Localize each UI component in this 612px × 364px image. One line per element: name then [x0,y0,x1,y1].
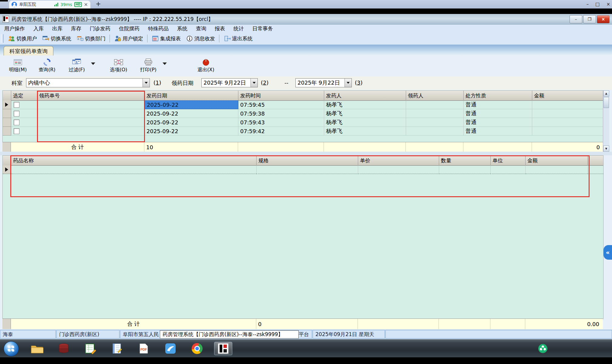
collapse-panel-chevron[interactable]: « [604,245,612,260]
scroll-thumb[interactable] [604,97,609,108]
filter-dropdown-arrow[interactable] [91,62,95,65]
requisition-no-cell [37,118,145,127]
header-prescription-type[interactable]: 处方性质 [464,91,532,100]
taskbar-notepad-icon[interactable] [108,342,126,355]
menu-statistics[interactable]: 统计 [229,25,248,32]
header-unit-price[interactable]: 单价 [358,156,439,165]
menu-query[interactable]: 查询 [192,25,210,32]
table-row[interactable]: 2025-09-22 07:59:45 杨孝飞 普通 [3,100,603,109]
menu-daily-affairs[interactable]: 日常事务 [248,25,277,32]
taskbar-folder-icon[interactable] [28,342,46,355]
window-minimize-button[interactable]: – [570,15,582,23]
hint-2: (2) [261,79,269,86]
issue-date-cell[interactable]: 2025-09-22 [145,100,238,109]
header-dispenser[interactable]: 发药人 [324,91,406,100]
print-dropdown-arrow[interactable] [163,62,167,65]
filter-button[interactable]: 过滤(F) [64,58,90,75]
table-row[interactable]: 2025-09-22 07:59:43 杨孝飞 普通 [3,118,603,127]
window-restore-button[interactable]: ❐ [583,15,596,23]
total-spacer [324,142,406,152]
new-tab-button[interactable]: + [94,0,103,8]
requisition-grid-header: 选定 领药单号 发药日期 发药时间 发药人 领药人 处方性质 金额 [3,91,603,101]
tab-requisition-query[interactable]: 科室领药单查询 [4,46,53,56]
date-to-combobox[interactable]: 2025年 9月22日 [295,78,352,87]
row-checkbox[interactable] [14,102,19,108]
header-issue-date[interactable]: 发药日期 [145,91,238,100]
exit-system-button[interactable]: 退出系统 [221,34,255,43]
taskbar-chrome-icon[interactable] [188,342,206,355]
query-button[interactable]: 查询(R) [34,58,60,75]
header-unit[interactable]: 单位 [491,156,526,165]
menu-reports[interactable]: 报表 [210,25,229,32]
issue-time-cell: 07:59:38 [238,109,324,118]
dept-combobox[interactable]: 内镜中心 [26,78,150,87]
date-from-dropdown-icon[interactable] [251,79,257,87]
header-drug-name[interactable]: 药品名称 [11,156,257,165]
vertical-scrollbar[interactable]: ▲ ▼ [603,90,609,152]
switch-system-button[interactable]: 切换系统 [40,34,74,43]
browser-close-button[interactable]: × [606,2,610,7]
switch-user-button[interactable]: 切换用户 [5,34,40,43]
table-row[interactable]: 2025-09-22 07:59:38 杨孝飞 普通 [3,109,603,118]
browser-maximize-button[interactable]: □ [595,2,600,7]
dept-dropdown-icon[interactable] [143,79,150,87]
menu-user-ops[interactable]: 用户操作 [0,25,29,32]
window-close-button[interactable]: × [597,15,610,23]
switch-dept-button[interactable]: 切换部门 [74,34,108,43]
unit-cell [491,165,526,174]
date-to-dropdown-icon[interactable] [345,79,351,87]
prescription-type-cell: 普通 [464,118,532,127]
status-department: 门诊西药房(新区) [56,330,119,339]
taskbar-pharmacy-app-icon[interactable] [214,342,232,355]
table-row[interactable]: 2025-09-22 07:59:42 杨孝飞 普通 [3,127,603,136]
header-quantity[interactable]: 数量 [439,156,491,165]
scroll-up-icon[interactable]: ▲ [603,90,609,96]
empty-drug-row[interactable] [3,165,603,174]
tray-sunflower-icon[interactable] [536,342,550,355]
header-requisition-no[interactable]: 领药单号 [37,91,145,100]
messages-button[interactable]: 消息收发 [183,34,218,43]
header-selected[interactable]: 选定 [11,91,37,100]
menu-inpatient-dispense[interactable]: 住院摆药 [115,25,144,32]
exit-label: 退出(X) [193,67,219,73]
requisition-no-cell [37,100,145,109]
menu-inbound[interactable]: 入库 [29,25,48,32]
screen: 阜阳五院 39ms HD × + – □ × 药房管理系统【门诊西药房(新区)-… [0,0,612,364]
filter-icon [64,58,90,67]
scroll-down-icon[interactable]: ▼ [603,146,609,152]
exit-system-icon [224,35,230,42]
row-checkbox[interactable] [14,120,19,125]
menu-special-drugs[interactable]: 特殊药品 [144,25,173,32]
tab-close-icon[interactable]: × [84,2,88,7]
detail-button[interactable]: 明细(M) [5,58,31,75]
browser-minimize-button[interactable]: – [587,2,589,7]
date-from-combobox[interactable]: 2025年 9月22日 [201,78,258,87]
start-button[interactable] [4,341,19,356]
row-checkbox[interactable] [14,128,19,134]
menu-outbound[interactable]: 出库 [48,25,67,32]
taskbar-remote-app-icon[interactable] [161,342,180,355]
header-spec[interactable]: 规格 [257,156,358,165]
menu-outpatient-dispense[interactable]: 门诊发药 [86,25,115,32]
row-checkbox[interactable] [14,111,19,116]
issue-time-cell: 07:59:42 [238,127,324,136]
header-issue-time[interactable]: 发药时间 [238,91,324,100]
options-button[interactable]: 选项(O) [106,58,132,75]
user-lock-button[interactable]: 用户锁定 [112,34,146,43]
browser-tab[interactable]: 阜阳五院 39ms HD × [9,1,90,8]
exit-button[interactable]: 退出(X) [193,58,219,75]
print-button[interactable]: 打印(P) [135,58,161,75]
prescription-type-cell: 普通 [464,127,532,136]
total-label: 合 计 [11,142,144,152]
integrated-reports-button[interactable]: 集成报表 [149,34,183,43]
grid-splitter[interactable] [0,152,612,155]
taskbar-spreadsheet-icon[interactable] [81,342,99,355]
header-recipient[interactable]: 领药人 [406,91,464,100]
window-title: 药房管理系统【门诊西药房(新区)--海泰--zsk9999】 ---- IP：2… [12,16,214,23]
taskbar-pdf-icon[interactable]: PDF [135,342,153,355]
taskbar-database-icon[interactable] [55,342,73,355]
header-amount[interactable]: 金额 [526,156,588,165]
menu-inventory[interactable]: 库存 [67,25,86,32]
menu-system[interactable]: 系统 [173,25,192,32]
header-amount[interactable]: 金额 [532,91,603,100]
